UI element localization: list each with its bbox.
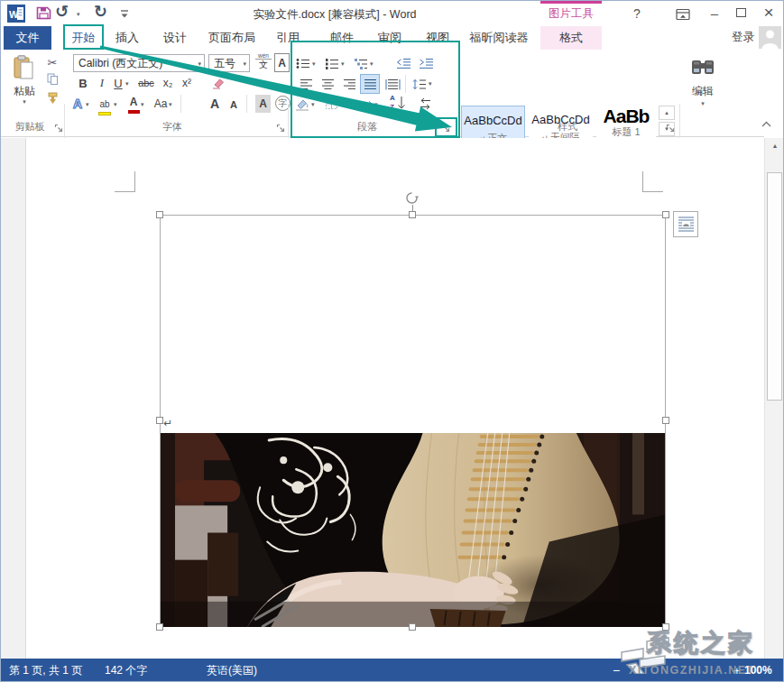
bold-button[interactable]: B [75, 74, 91, 92]
align-left-button[interactable] [297, 75, 315, 93]
zoom-out-button[interactable]: − [613, 659, 620, 682]
tab-page-layout[interactable]: 页面布局 [201, 26, 263, 50]
clear-formatting-button[interactable] [207, 75, 226, 91]
sort-button[interactable]: A Z [389, 94, 409, 114]
tab-mailings[interactable]: 邮件 [324, 26, 360, 50]
close-button[interactable]: × [757, 1, 780, 24]
tab-picture-format[interactable]: 格式 [540, 26, 602, 50]
tab-foxit-reader[interactable]: 福昕阅读器 [463, 26, 535, 50]
language-indicator[interactable]: 英语(美国) [207, 659, 257, 682]
show-marks-button[interactable] [416, 95, 434, 113]
character-scaling-dropdown-icon[interactable]: ▾ [374, 101, 378, 107]
underline-dropdown-icon[interactable]: ▾ [125, 80, 129, 87]
font-size-combo[interactable]: 五号▾ [208, 54, 250, 72]
layout-options-button[interactable] [673, 211, 698, 237]
font-name-dropdown-icon[interactable]: ▾ [198, 60, 201, 67]
signin-link[interactable]: 登录 [732, 30, 754, 45]
page-indicator[interactable]: 第 1 页, 共 1 页 [9, 659, 82, 682]
word-logo-icon[interactable]: W [7, 5, 25, 23]
change-case-dropdown-icon[interactable]: ▾ [169, 101, 172, 107]
align-center-button[interactable] [318, 75, 337, 93]
paragraph-dialog-launcher[interactable] [440, 123, 451, 134]
distribute-button[interactable] [383, 75, 401, 93]
tab-review[interactable]: 审阅 [372, 26, 408, 50]
paste-button[interactable]: 粘贴 ▾ [6, 53, 42, 109]
tab-references[interactable]: 引用 [270, 26, 306, 50]
font-size-dropdown-icon[interactable]: ▾ [243, 60, 246, 67]
tab-design[interactable]: 设计 [157, 26, 193, 50]
multilevel-list-button[interactable] [353, 55, 369, 71]
collapse-ribbon-button[interactable] [761, 120, 772, 128]
font-color-dropdown-icon[interactable]: ▾ [141, 101, 144, 107]
underline-button[interactable]: U [111, 74, 125, 92]
undo-dropdown-icon[interactable]: ▾ [77, 11, 80, 17]
shrink-font-button[interactable]: A [226, 96, 241, 114]
strikethrough-button[interactable]: abc [136, 74, 156, 92]
clipboard-dialog-launcher[interactable] [53, 123, 64, 134]
highlight-dropdown-icon[interactable]: ▾ [114, 101, 117, 107]
tab-insert[interactable]: 插入 [109, 26, 145, 50]
document-image[interactable] [161, 433, 665, 627]
font-color-button[interactable]: A [126, 93, 141, 113]
rotate-handle[interactable] [405, 191, 419, 205]
resize-handle-mid-left[interactable] [156, 417, 163, 424]
scroll-thumb[interactable] [767, 172, 782, 401]
ribbon-display-options-button[interactable] [672, 5, 694, 23]
character-shading-button[interactable]: A [255, 95, 271, 113]
increase-indent-button[interactable] [417, 55, 435, 71]
tab-home[interactable]: 开始 [65, 26, 102, 50]
avatar[interactable] [759, 26, 781, 49]
styles-dialog-launcher[interactable] [665, 123, 676, 134]
qat-customize-icon[interactable] [120, 9, 129, 18]
redo-icon[interactable]: ↻ [94, 2, 107, 22]
zoom-level[interactable]: 100% [744, 659, 772, 682]
resize-handle-bottom-mid[interactable] [409, 623, 416, 631]
font-name-combo[interactable]: Calibri (西文正文)▾ [73, 54, 205, 72]
italic-button[interactable]: I [95, 74, 109, 92]
format-painter-button[interactable] [44, 90, 60, 106]
line-spacing-button[interactable] [410, 75, 429, 93]
vertical-scrollbar[interactable]: ▲ [764, 138, 784, 659]
tab-view[interactable]: 视图 [420, 26, 456, 50]
resize-handle-top-left[interactable] [156, 211, 163, 218]
resize-handle-bottom-right[interactable] [662, 623, 669, 631]
change-case-button[interactable]: Aa [152, 94, 170, 114]
minimize-button[interactable]: – [704, 2, 725, 23]
align-right-button[interactable] [340, 75, 358, 93]
text-effects-button[interactable]: A [69, 94, 86, 114]
text-effects-dropdown-icon[interactable]: ▾ [86, 101, 89, 107]
character-scaling-button[interactable] [351, 95, 374, 113]
multilevel-dropdown-icon[interactable]: ▾ [370, 60, 374, 67]
resize-handle-top-mid[interactable] [409, 211, 416, 218]
highlight-button[interactable]: ab [97, 95, 113, 113]
undo-icon[interactable]: ↺ [55, 2, 69, 22]
shading-dropdown-icon[interactable]: ▾ [311, 101, 315, 107]
resize-handle-top-right[interactable] [662, 211, 669, 218]
save-icon[interactable] [36, 5, 51, 21]
help-button[interactable]: ? [627, 4, 647, 23]
superscript-button[interactable]: x² [179, 74, 195, 92]
maximize-button[interactable] [730, 2, 752, 23]
borders-button[interactable] [322, 95, 340, 113]
resize-handle-mid-right[interactable] [662, 417, 669, 424]
styles-scroll-up-button[interactable]: ▲ [659, 106, 675, 120]
justify-button[interactable] [360, 74, 380, 94]
editing-group-button[interactable]: 编辑 ▾ [683, 55, 723, 115]
phonetic-guide-button[interactable]: wén 文 [255, 52, 272, 74]
word-count[interactable]: 142 个字 [105, 659, 147, 682]
tab-file[interactable]: 文件 [4, 26, 51, 50]
cut-button[interactable]: ✂ [44, 55, 60, 69]
resize-handle-bottom-left[interactable] [156, 623, 163, 631]
numbering-button[interactable] [324, 55, 340, 71]
bullets-dropdown-icon[interactable]: ▾ [312, 60, 316, 67]
font-dialog-launcher[interactable] [275, 123, 286, 134]
decrease-indent-button[interactable] [394, 55, 412, 71]
grow-font-button[interactable]: A [207, 94, 223, 114]
line-spacing-dropdown-icon[interactable]: ▾ [429, 80, 432, 87]
subscript-button[interactable]: x₂ [160, 74, 176, 92]
zoom-in-button[interactable]: + [733, 659, 741, 682]
copy-button[interactable] [44, 72, 60, 87]
character-border-button[interactable]: A [274, 53, 290, 72]
shading-button[interactable] [293, 95, 311, 113]
numbering-dropdown-icon[interactable]: ▾ [341, 60, 345, 67]
